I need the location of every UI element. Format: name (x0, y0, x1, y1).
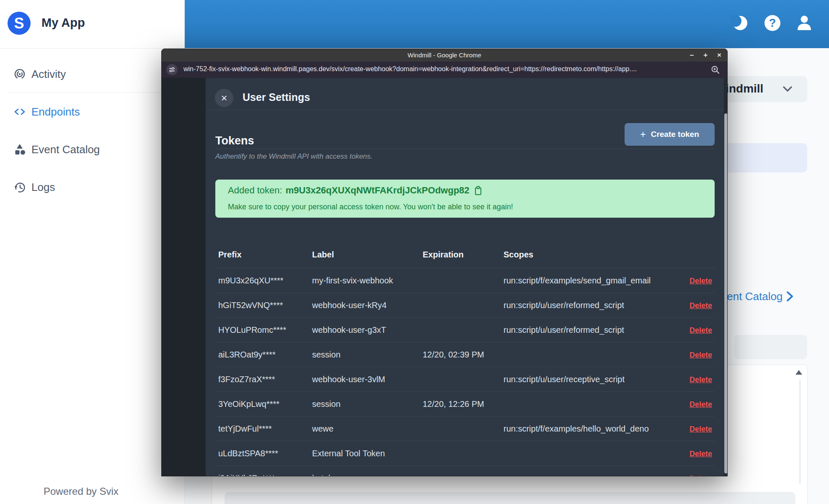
user-icon[interactable] (795, 14, 814, 32)
create-token-button[interactable]: + Create token (625, 123, 715, 146)
chevron-down-icon (783, 86, 792, 92)
svix-logo: S (8, 12, 31, 35)
table-row: hGiT52wVNQ**** webhook-user-kRy4 run:scr… (215, 293, 715, 318)
token-label: webhook-user-g3xT (312, 325, 423, 335)
token-scopes: run:script/u/user/reformed_script (504, 301, 677, 310)
top-bar: ? (185, 0, 829, 48)
token-label: my-first-svix-webhook (312, 276, 423, 285)
sidebar: S My App Activity Endpoints Event Catalo… (0, 0, 185, 504)
drawer-title: User Settings (243, 91, 310, 103)
added-token-banner: Added token: m9U3x26qXUXqNWtFAKrdjJCkPOd… (215, 180, 715, 218)
clipboard-copy-icon[interactable] (475, 186, 483, 195)
window-title: Windmill - Google Chrome (162, 51, 727, 59)
token-warning-note: Make sure to copy your personal access t… (228, 203, 513, 211)
drawer-body: Tokens + Create token Authentify to the … (206, 110, 724, 476)
sidebar-item-event-catalog[interactable]: Event Catalog (0, 138, 185, 161)
sidebar-item-endpoints[interactable]: Endpoints (0, 100, 185, 123)
tokens-heading: Tokens (215, 134, 254, 147)
create-token-label: Create token (651, 130, 699, 139)
window-minimize-button[interactable]: – (690, 49, 694, 62)
page-content: × User Settings Tokens + Create token Au… (162, 78, 728, 476)
sidebar-item-label: Endpoints (31, 105, 80, 118)
zoom-icon[interactable] (711, 65, 720, 74)
chrome-window: Windmill - Google Chrome – + × win-752-f… (161, 49, 728, 476)
app-name: My App (41, 16, 85, 30)
shapes-icon (13, 143, 26, 156)
token-prefix: tetYjDwFul**** (218, 424, 312, 434)
divider (8, 92, 185, 93)
tokens-subtitle: Authentify to the Windmill API with acce… (215, 152, 372, 161)
user-settings-drawer: × User Settings Tokens + Create token Au… (206, 78, 724, 476)
delete-token-link[interactable]: Delete (690, 474, 712, 477)
delete-token-link[interactable]: Delete (690, 400, 712, 409)
plus-icon: + (640, 129, 646, 140)
browser-address-bar: win-752-fix-svix-webhook-win.windmill.pa… (162, 62, 727, 78)
token-scopes: run:script/f/examples/hello_world_deno (504, 424, 677, 434)
col-prefix: Prefix (218, 250, 312, 260)
close-icon[interactable]: × (215, 89, 233, 107)
url-text[interactable]: win-752-fix-svix-webhook-win.windmill.pa… (183, 65, 707, 73)
delete-token-link[interactable]: Delete (690, 301, 712, 310)
delete-token-link[interactable]: Delete (690, 326, 712, 334)
site-settings-icon[interactable] (166, 64, 178, 75)
delete-token-link[interactable]: Delete (690, 425, 712, 433)
table-row: m9U3x26qXU**** my-first-svix-webhook run… (215, 268, 715, 293)
token-prefix: 3YeOiKpLwq**** (218, 399, 312, 409)
window-titlebar[interactable]: Windmill - Google Chrome – + × (162, 49, 727, 62)
scroll-up-arrow-icon[interactable] (795, 370, 802, 375)
token-scopes: run:script/u/user/reformed_script (504, 325, 677, 335)
sidebar-item-logs[interactable]: Logs (0, 175, 185, 199)
token-label: session (312, 399, 423, 409)
sidebar-item-label: Event Catalog (31, 143, 100, 156)
sidebar-item-label: Activity (31, 68, 66, 81)
code-brackets-icon (13, 105, 26, 118)
card-inner-panel (225, 492, 795, 504)
sidebar-item-activity[interactable]: Activity (0, 62, 185, 86)
history-clock-icon (13, 181, 26, 193)
token-label: hotel (312, 473, 423, 477)
added-token-label: Added token: (228, 185, 282, 196)
token-label: webhook-user-3vlM (312, 375, 423, 384)
table-row: 3YeOiKpLwq**** session 12/20, 12:26 PM D… (215, 392, 715, 417)
token-label: webhook-user-kRy4 (312, 301, 423, 310)
powered-by-svix: Powered by Svix (44, 486, 119, 497)
divider (215, 149, 715, 149)
token-expiration: 12/20, 12:26 PM (423, 399, 504, 409)
token-scopes: run:script/f/examples/send_gmail_email (504, 276, 677, 285)
token-prefix: uLdBztSPA8**** (218, 449, 312, 458)
token-scopes: run:script/u/user/receptive_script (504, 375, 677, 384)
token-prefix: f3FzoZ7raX**** (218, 375, 312, 384)
card-scrollbar-track[interactable] (799, 379, 801, 484)
token-prefix: HYOLuPRomc**** (218, 325, 312, 335)
table-row: aiL3ROat9y**** session 12/20, 02:39 PM D… (215, 342, 715, 367)
token-prefix: aiL3ROat9y**** (218, 350, 312, 360)
window-maximize-button[interactable]: + (703, 49, 708, 62)
token-prefix: m9U3x26qXU**** (218, 276, 312, 285)
token-label: wewe (312, 424, 423, 434)
browser-scrollbar (724, 78, 728, 476)
delete-token-link[interactable]: Delete (690, 277, 712, 285)
token-prefix: hGiT52wVNQ**** (218, 301, 312, 310)
delete-token-link[interactable]: Delete (690, 450, 712, 458)
col-expiration: Expiration (423, 250, 504, 260)
moon-icon[interactable] (731, 14, 749, 32)
table-row: HYOLuPRomc**** webhook-user-g3xT run:scr… (215, 318, 715, 342)
help-icon[interactable]: ? (763, 14, 782, 32)
sidebar-item-label: Logs (31, 181, 55, 194)
delete-token-link[interactable]: Delete (690, 375, 712, 384)
activity-icon (13, 68, 26, 80)
delete-token-link[interactable]: Delete (690, 351, 712, 359)
token-prefix: i9AiXYkJRs**** (218, 473, 312, 477)
col-label: Label (312, 250, 423, 260)
drawer-header: × User Settings (206, 78, 724, 110)
divider (0, 48, 185, 49)
token-label: External Tool Token (312, 449, 423, 458)
token-label: session (312, 350, 423, 360)
window-close-button[interactable]: × (717, 49, 721, 62)
svg-text:?: ? (769, 17, 776, 29)
table-header-row: Prefix Label Expiration Scopes (215, 241, 715, 268)
table-row: tetYjDwFul**** wewe run:script/f/example… (215, 417, 715, 441)
table-row: f3FzoZ7raX**** webhook-user-3vlM run:scr… (215, 367, 715, 392)
browser-scrollbar-thumb[interactable] (724, 113, 728, 473)
chevron-right-icon (787, 291, 793, 302)
